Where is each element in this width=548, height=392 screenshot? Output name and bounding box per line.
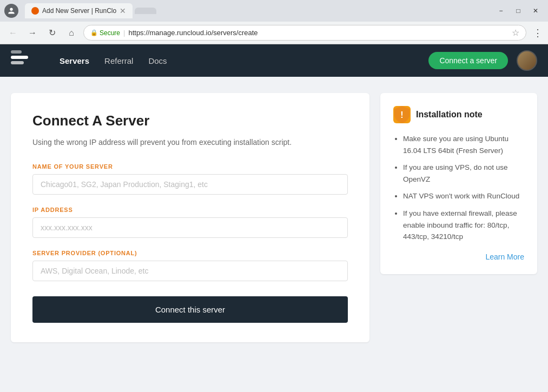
- page-title: Connect A Server: [32, 112, 348, 129]
- nav-links: Servers Referral Docs: [57, 52, 169, 70]
- logo-icon: [11, 50, 38, 71]
- address-bar-container: ← → ↻ ⌂ 🔒 Secure | https://manage.runclo…: [0, 22, 548, 44]
- server-provider-input[interactable]: [32, 261, 348, 281]
- server-provider-label: SERVER PROVIDER (OPTIONAL): [32, 250, 348, 256]
- server-name-group: NAME OF YOUR SERVER: [32, 163, 348, 195]
- ip-address-input[interactable]: [32, 217, 348, 238]
- address-bar[interactable]: 🔒 Secure | https://manage.runcloud.io/se…: [83, 25, 526, 41]
- refresh-button[interactable]: ↻: [44, 25, 60, 41]
- minimize-button[interactable]: −: [493, 4, 509, 18]
- tab-favicon: [31, 7, 39, 15]
- bookmark-icon[interactable]: ☆: [512, 28, 519, 38]
- browser-tab-inactive[interactable]: [135, 8, 156, 14]
- nav-logo[interactable]: [11, 50, 41, 71]
- nav-referral[interactable]: Referral: [102, 52, 135, 70]
- browser-menu-icon[interactable]: ⋮: [533, 27, 543, 39]
- note-header: ! Installation note: [393, 106, 524, 123]
- browser-user-icon: [4, 4, 18, 18]
- user-avatar[interactable]: [517, 50, 537, 71]
- secure-badge: 🔒 Secure: [90, 29, 120, 37]
- forward-button[interactable]: →: [25, 25, 40, 41]
- installation-note-card: ! Installation note Make sure you are us…: [380, 93, 537, 274]
- note-item-3: NAT VPS won't work with RunCloud: [403, 190, 524, 202]
- server-name-label: NAME OF YOUR SERVER: [32, 163, 348, 170]
- home-button[interactable]: ⌂: [64, 25, 79, 41]
- maximize-button[interactable]: □: [510, 4, 526, 18]
- note-item-4: If you have external firewall, please en…: [403, 208, 524, 243]
- tab-close-button[interactable]: ✕: [120, 6, 126, 15]
- lock-icon: 🔒: [90, 29, 98, 36]
- browser-tab[interactable]: Add New Server | RunClo ✕: [25, 3, 133, 18]
- server-provider-group: SERVER PROVIDER (OPTIONAL): [32, 250, 348, 281]
- server-form: NAME OF YOUR SERVER IP ADDRESS SERVER PR…: [32, 163, 348, 323]
- shield-warning-icon: !: [393, 106, 411, 123]
- back-button[interactable]: ←: [5, 25, 21, 41]
- nav-servers[interactable]: Servers: [57, 52, 91, 70]
- svg-text:!: !: [400, 110, 403, 119]
- svg-rect-1: [11, 61, 24, 64]
- connect-server-button[interactable]: Connect a server: [428, 52, 508, 69]
- server-name-input[interactable]: [32, 174, 348, 195]
- tab-title: Add New Server | RunClo: [42, 7, 116, 15]
- form-description: Using the wrong IP address will prevent …: [32, 137, 348, 148]
- address-url: https://manage.runcloud.io/servers/creat…: [128, 29, 258, 37]
- note-title: Installation note: [416, 110, 483, 119]
- top-navigation: Servers Referral Docs Connect a server: [0, 44, 548, 77]
- address-separator: |: [123, 29, 125, 37]
- ip-address-label: IP ADDRESS: [32, 207, 348, 213]
- ip-address-group: IP ADDRESS: [32, 207, 348, 238]
- note-item-2: If you are using VPS, do not use OpenVZ: [403, 162, 524, 185]
- connect-this-server-button[interactable]: Connect this server: [32, 296, 348, 323]
- window-controls: − □ ✕: [493, 4, 544, 18]
- page-content: Connect A Server Using the wrong IP addr…: [0, 77, 548, 358]
- note-items-list: Make sure you are using Ubuntu 16.04 LTS…: [393, 133, 524, 243]
- form-card: Connect A Server Using the wrong IP addr…: [11, 93, 369, 342]
- nav-docs[interactable]: Docs: [146, 52, 169, 70]
- note-item-1: Make sure you are using Ubuntu 16.04 LTS…: [403, 133, 524, 156]
- close-button[interactable]: ✕: [527, 4, 544, 18]
- learn-more-link[interactable]: Learn More: [485, 253, 524, 261]
- note-footer: Learn More: [393, 253, 524, 261]
- svg-rect-2: [11, 50, 22, 54]
- svg-rect-0: [11, 56, 28, 59]
